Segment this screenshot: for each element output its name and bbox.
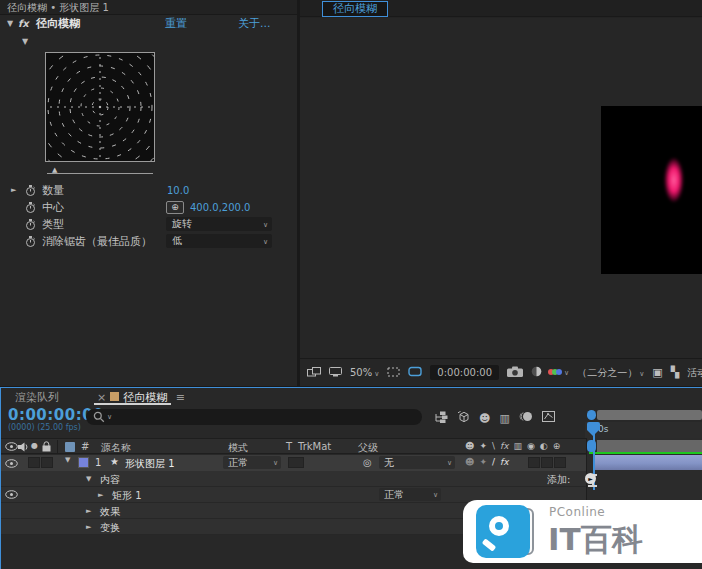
snapshot-camera-icon[interactable] <box>507 366 523 379</box>
collapse-contents-icon[interactable]: ▼ <box>86 475 91 483</box>
chevron-down-icon: ∨ <box>263 235 268 249</box>
expand-transform-icon[interactable]: ► <box>86 523 91 531</box>
layer-color-chip[interactable] <box>78 457 89 468</box>
watermark-logo <box>476 505 530 558</box>
quality-toggle[interactable]: / <box>492 457 495 467</box>
eye-icon[interactable] <box>5 490 18 501</box>
magnification-select[interactable]: 50%∨ <box>350 367 379 378</box>
switch-box[interactable] <box>528 457 540 468</box>
divider <box>57 440 58 453</box>
shy-icon[interactable]: ☻ <box>465 441 474 451</box>
frame-blending-icon[interactable]: ▥ <box>499 412 509 425</box>
motion-blur-icon[interactable]: ◉ <box>527 441 535 451</box>
solo-toggle[interactable] <box>41 457 53 468</box>
label-tag-icon[interactable] <box>65 442 75 452</box>
column-t[interactable]: T <box>286 441 292 452</box>
expand-rect-icon[interactable]: ► <box>98 491 103 499</box>
monitor-icon[interactable] <box>329 367 342 379</box>
add-label: 添加: <box>547 473 570 487</box>
time-navigator-bar[interactable] <box>597 410 702 420</box>
collapse-preview-icon[interactable]: ▼ <box>22 37 28 46</box>
resolution-select[interactable]: （二分之一）∨ <box>577 366 644 380</box>
center-crosshair-button[interactable]: ⊕ <box>166 201 184 214</box>
column-source-name[interactable]: 源名称 <box>101 441 131 455</box>
adjustment-layer-icon[interactable]: ◐ <box>540 441 548 451</box>
current-time-indicator-playhead[interactable] <box>587 422 600 436</box>
comp-tab[interactable]: 径向模糊 <box>322 1 388 17</box>
column-parent[interactable]: 父级 <box>358 441 378 455</box>
active-camera-select[interactable]: 活动摄 <box>687 366 702 380</box>
comp-toolbar: 50%∨ 0:00:00:00 ∨ （二分之一）∨ ▣ ▚ 活动摄 <box>300 358 702 386</box>
panel-menu-icon[interactable]: ≡ <box>176 391 185 404</box>
hide-shy-layers-icon[interactable]: ☻ <box>479 412 490 425</box>
graph-editor-icon[interactable] <box>542 411 555 425</box>
add-button[interactable]: ► <box>585 473 596 484</box>
radial-blur-preview[interactable] <box>45 52 155 162</box>
expand-effects-icon[interactable]: ► <box>86 507 91 515</box>
transparency-grid-icon[interactable]: ▚ <box>671 366 679 379</box>
center-value[interactable]: 400.0,200.0 <box>190 199 250 216</box>
antialias-dropdown[interactable]: 低 ∨ <box>166 234 272 248</box>
parent-dropdown[interactable]: 无 ∨ <box>379 456 455 469</box>
amount-value[interactable]: 10.0 <box>167 182 189 199</box>
fx-toggle[interactable]: fx <box>500 457 509 467</box>
switch-box[interactable] <box>554 457 566 468</box>
preview-timecode[interactable]: 0:00:00:00 <box>430 365 499 380</box>
property-row-antialias: 消除锯齿（最佳品质） 低 ∨ <box>0 233 297 250</box>
reset-button[interactable]: 重置 <box>165 15 187 33</box>
watermark: PConline IT百科 <box>463 500 702 563</box>
channels-icon[interactable]: ∨ <box>550 369 569 377</box>
expand-layer-icon[interactable]: ▼ <box>65 456 70 464</box>
target-region-icon[interactable]: ▣ <box>652 366 662 379</box>
layer-duration-bar[interactable] <box>594 455 702 470</box>
trkmat-box[interactable] <box>288 457 304 468</box>
comp-mini-flowchart-icon[interactable] <box>433 411 448 426</box>
draft-3d-icon[interactable] <box>457 410 470 426</box>
layer-name[interactable]: 形状图层 1 <box>125 457 175 471</box>
region-of-interest-icon[interactable] <box>387 367 400 379</box>
timeline-search-input[interactable]: ∨ <box>86 409 422 425</box>
frame-blend-icon[interactable]: ▥ <box>513 441 522 451</box>
time-navigator-start-handle[interactable] <box>587 410 596 420</box>
rect-blend-mode-dropdown[interactable]: 正常 ∨ <box>379 488 441 501</box>
column-mode[interactable]: 模式 <box>228 441 248 455</box>
parent-pickwhip-icon[interactable]: ◎ <box>363 457 372 468</box>
active-tab-underline <box>94 403 171 405</box>
audio-icon[interactable] <box>18 442 28 454</box>
blend-mode-dropdown[interactable]: 正常 ∨ <box>223 456 281 469</box>
collapse-toggle[interactable]: ✦ <box>479 457 487 467</box>
property-row-amount: ► 数量 10.0 <box>0 182 297 199</box>
motion-blur-icon[interactable] <box>519 411 533 425</box>
switch-box[interactable] <box>541 457 553 468</box>
effect-controls-panel: 径向模糊 • 形状图层 1 ▼ fx 径向模糊 重置 关于... ▼ ▲ <box>0 0 297 386</box>
solo-icon[interactable]: ● <box>31 441 38 450</box>
collapse-transformations-icon[interactable]: ✦ <box>479 441 487 451</box>
shy-toggle[interactable]: ☻ <box>465 457 474 467</box>
eye-icon[interactable] <box>5 459 18 470</box>
collapse-effect-icon[interactable]: ▼ <box>7 15 13 33</box>
work-area-bar[interactable] <box>597 440 702 452</box>
about-button[interactable]: 关于... <box>238 15 271 33</box>
type-dropdown[interactable]: 旋转 ∨ <box>166 217 272 231</box>
show-snapshot-icon[interactable] <box>531 366 542 379</box>
shape-layer-star-icon: ★ <box>110 456 119 467</box>
mask-visibility-icon[interactable] <box>408 366 422 379</box>
preview-slider-track[interactable] <box>47 173 153 174</box>
preview-slider-handle[interactable]: ▲ <box>52 166 57 174</box>
always-preview-icon[interactable] <box>307 367 321 379</box>
tab-render-queue[interactable]: 渲染队列 <box>15 390 59 405</box>
layer-switches-header: ☻ ✦ \ fx ▥ ◉ ◐ ⊕ <box>465 441 560 451</box>
fx-icon[interactable]: fx <box>500 441 509 451</box>
effect-controls-breadcrumb: 径向模糊 • 形状图层 1 <box>0 0 297 15</box>
expand-amount-icon[interactable]: ► <box>11 182 16 199</box>
eye-icon[interactable] <box>5 442 18 453</box>
three-d-layer-icon[interactable]: ⊕ <box>553 441 561 451</box>
comp-viewer[interactable] <box>300 18 702 358</box>
quality-icon[interactable]: \ <box>492 441 495 451</box>
fx-badge[interactable]: fx <box>18 15 29 33</box>
lock-icon[interactable] <box>42 441 51 454</box>
audio-toggle[interactable] <box>28 457 40 468</box>
stopwatch-icon[interactable] <box>25 235 36 253</box>
column-trkmat[interactable]: TrkMat <box>298 441 331 452</box>
layer-number-column[interactable]: # <box>81 441 89 452</box>
